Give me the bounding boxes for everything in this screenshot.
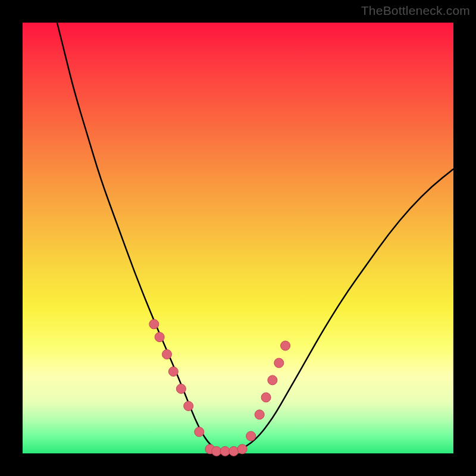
svg-point-5: [184, 401, 193, 411]
curve-path: [57, 23, 453, 451]
chart-frame: TheBottleneck.com: [0, 0, 476, 476]
curve-markers: [149, 320, 290, 456]
svg-point-16: [274, 358, 284, 368]
svg-point-12: [246, 431, 256, 441]
bottleneck-curve-layer: [23, 23, 453, 453]
svg-point-8: [212, 446, 221, 456]
svg-point-3: [168, 367, 178, 376]
svg-point-17: [281, 341, 290, 350]
watermark-text: TheBottleneck.com: [361, 4, 470, 18]
svg-point-0: [149, 320, 159, 329]
svg-point-6: [195, 427, 204, 437]
svg-point-13: [255, 410, 264, 419]
plot-area: [23, 23, 453, 453]
svg-point-15: [268, 375, 277, 385]
svg-point-2: [162, 350, 172, 359]
svg-point-1: [155, 333, 164, 342]
svg-point-11: [237, 444, 247, 454]
svg-point-9: [220, 446, 230, 456]
svg-point-4: [176, 384, 186, 393]
svg-point-10: [229, 446, 239, 456]
svg-point-14: [261, 393, 271, 402]
